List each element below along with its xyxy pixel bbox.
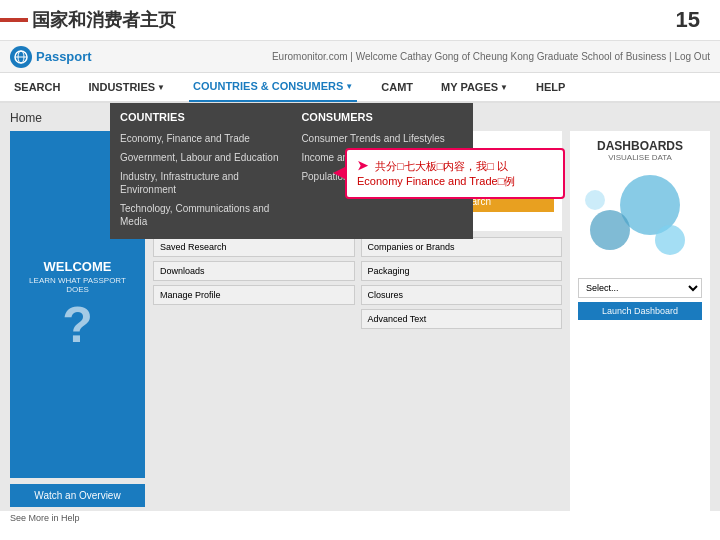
nav-bar: SEARCH INDUSTRIES ▼ COUNTRIES & CONSUMER… [0, 73, 720, 103]
nav-item-mypages[interactable]: MY PAGES ▼ [437, 72, 512, 102]
bubbles-visualization [580, 170, 700, 270]
companies-brands-button[interactable]: Companies or Brands [361, 237, 563, 257]
dropdown-item-economy[interactable]: Economy, Finance and Trade [120, 129, 281, 148]
annotation-text: 共分□七大板□内容，我□ 以Economy Finance and Trade□… [357, 160, 515, 187]
page-title: 国家和消费者主页 [32, 8, 176, 32]
right-column: DASHBOARDS VISUALISE DATA Select... Laun… [570, 131, 710, 523]
launch-dashboard-button[interactable]: Launch Dashboard [578, 302, 702, 320]
logo-text: Passport [36, 49, 92, 64]
closures-button[interactable]: Closures [361, 285, 563, 305]
dashboards-title: DASHBOARDS [597, 139, 683, 153]
manage-profile-button[interactable]: Manage Profile [153, 285, 355, 305]
slide-number: 15 [676, 7, 700, 33]
dropdown-item-consumer-trends[interactable]: Consumer Trends and Lifestyles [301, 129, 462, 148]
see-more-help-link[interactable]: See More in Help [10, 513, 145, 523]
dropdown-item-industry[interactable]: Industry, Infrastructure and Environment [120, 167, 281, 199]
saved-research-button[interactable]: Saved Research [153, 237, 355, 257]
watch-overview-button[interactable]: Watch an Overview [10, 484, 145, 507]
bubble-small [655, 225, 685, 255]
mid-links-section: Saved Research Downloads Manage Profile … [153, 237, 562, 329]
bubble-tiny [585, 190, 605, 210]
nav-item-industries[interactable]: INDUSTRIES ▼ [84, 72, 169, 102]
passport-logo: Passport [10, 46, 92, 68]
dashboards-subtitle: VISUALISE DATA [608, 153, 672, 162]
title-bar: 国家和消费者主页 15 [0, 0, 720, 41]
nav-item-camt[interactable]: CAMT [377, 72, 417, 102]
top-bar: Passport Euromonitor.com | Welcome Catha… [0, 41, 720, 73]
chevron-down-icon: ▼ [157, 83, 165, 92]
logo-icon [10, 46, 32, 68]
mid-links-right-col: Companies or Brands Packaging Closures A… [361, 237, 563, 329]
top-bar-breadcrumb: Euromonitor.com | Welcome Cathay Gong of… [272, 51, 710, 62]
dropdown-consumers-header: CONSUMERS [301, 111, 462, 123]
advanced-text-button[interactable]: Advanced Text [361, 309, 563, 329]
nav-item-help[interactable]: HELP [532, 72, 569, 102]
dashboard-select[interactable]: Select... [578, 278, 702, 298]
packaging-button[interactable]: Packaging [361, 261, 563, 281]
welcome-title: WELCOME [44, 259, 112, 274]
question-mark-icon: ? [62, 300, 93, 350]
chevron-down-icon: ▼ [345, 82, 353, 91]
dropdown-item-government[interactable]: Government, Labour and Education [120, 148, 281, 167]
dropdown-countries-col: COUNTRIES Economy, Finance and Trade Gov… [110, 103, 291, 239]
nav-item-countries-consumers[interactable]: COUNTRIES & CONSUMERS ▼ [189, 72, 357, 102]
red-bar-accent [0, 18, 28, 22]
passport-icon-svg [14, 50, 28, 64]
annotation-arrow-icon: ➤ [357, 158, 368, 173]
annotation-box: ➤ 共分□七大板□内容，我□ 以Economy Finance and Trad… [345, 148, 565, 199]
bubble-medium [590, 210, 630, 250]
main-content: Home WELCOME LEARN WHAT PASSPORT DOES ? … [0, 103, 720, 511]
welcome-subtitle: LEARN WHAT PASSPORT DOES [18, 276, 137, 294]
dropdown-item-technology[interactable]: Technology, Communications and Media [120, 199, 281, 231]
mid-links-left-col: Saved Research Downloads Manage Profile [153, 237, 355, 329]
dashboards-box: DASHBOARDS VISUALISE DATA Select... Laun… [570, 131, 710, 523]
chevron-down-icon: ▼ [500, 83, 508, 92]
dropdown-countries-header: COUNTRIES [120, 111, 281, 123]
nav-item-search[interactable]: SEARCH [10, 72, 64, 102]
downloads-button[interactable]: Downloads [153, 261, 355, 281]
